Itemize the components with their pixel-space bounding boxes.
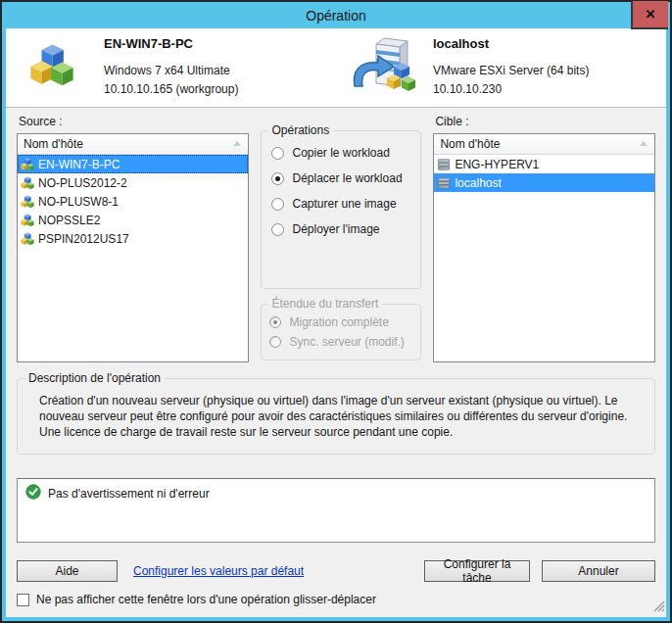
target-host-text: localhost VMware ESXi Server (64 bits) 1…	[433, 36, 589, 99]
configure-task-button[interactable]: Configurer la tâche	[424, 560, 530, 582]
workload-cubes-icon	[20, 157, 34, 171]
workload-cubes-icon	[20, 194, 34, 209]
workload-cubes-icon	[20, 175, 34, 190]
target-host-name: localhost	[433, 36, 589, 51]
source-host-text: EN-WIN7-B-PC Windows 7 x64 Ultimate 10.1…	[104, 36, 238, 99]
source-panel-label: Source :	[19, 115, 249, 128]
target-list-column-header[interactable]: Nom d'hôte	[434, 134, 654, 155]
host-name-label: EN-WIN7-B-PC	[38, 158, 120, 171]
operations-groupbox: Opérations Copier le workload Déplacer l…	[261, 130, 422, 289]
source-host-summary: EN-WIN7-B-PC Windows 7 x64 Ultimate 10.1…	[6, 28, 345, 107]
footer-buttons: Aide Configurer les valeurs par défaut C…	[17, 560, 655, 582]
configure-defaults-link[interactable]: Configurer les valeurs par défaut	[133, 564, 304, 578]
dont-show-checkbox[interactable]	[17, 594, 29, 606]
transfer-scope-radio-label: Sync. serveur (modif.)	[290, 335, 405, 349]
validation-status-box: Pas d'avertissement ni d'erreur	[17, 478, 655, 543]
source-list-column-header[interactable]: Nom d'hôte	[18, 134, 248, 155]
workload-cubes-icon	[20, 213, 34, 227]
close-button[interactable]: ✕	[631, 1, 668, 29]
server-icon	[436, 175, 451, 190]
operation-radio-label: Déployer l'image	[293, 222, 380, 236]
description-groupbox-title: Description de l'opération	[24, 371, 165, 385]
source-column-header-label: Nom d'hôte	[24, 137, 83, 151]
target-panel-label: Cible :	[435, 115, 655, 128]
operation-description-text: Création d'un nouveau serveur (physique …	[18, 379, 654, 440]
host-name-label: NOPSSLE2	[38, 214, 100, 227]
sort-ascending-icon	[640, 141, 648, 146]
titlebar[interactable]: Opération ✕	[6, 2, 666, 28]
source-host-address: 10.10.10.165 (workgroup)	[104, 80, 238, 99]
transfer-scope-groupbox: Étendue du transfert Migration complète …	[261, 304, 422, 360]
operation-radio-label: Capturer une image	[293, 197, 397, 211]
target-host-summary: localhost VMware ESXi Server (64 bits) 1…	[345, 28, 666, 107]
dont-show-row: Ne pas afficher cette fenêtre lors d'une…	[17, 593, 655, 606]
host-name-label: ENG-HYPERV1	[455, 158, 539, 171]
operation-radio-label: Copier le workload	[293, 146, 390, 160]
target-column-header-label: Nom d'hôte	[440, 137, 500, 151]
operations-column: Opérations Copier le workload Déplacer l…	[261, 114, 422, 362]
help-button[interactable]: Aide	[17, 560, 118, 582]
description-groupbox: Description de l'opération Création d'un…	[17, 378, 655, 455]
transfer-scope-options: Migration complète Sync. serveur (modif.…	[262, 305, 421, 349]
dont-show-label: Ne pas afficher cette fenêtre lors d'une…	[36, 593, 376, 606]
operation-radio-label: Déplacer le workload	[293, 171, 403, 185]
source-list-item[interactable]: NO-PLUSW8-1	[18, 192, 248, 211]
target-list-item[interactable]: ENG-HYPERV1	[434, 155, 654, 173]
sort-ascending-icon	[233, 141, 241, 146]
source-list-item[interactable]: NO-PLUS2012-2	[18, 173, 248, 192]
operations-options: Copier le workload Déplacer le workload …	[262, 131, 421, 236]
hosts-header: EN-WIN7-B-PC Windows 7 x64 Ultimate 10.1…	[6, 28, 666, 108]
operation-radio-option[interactable]: Copier le workload	[271, 146, 421, 160]
server-sync-icon	[351, 35, 421, 100]
workload-cubes-icon	[29, 43, 74, 92]
status-message: Pas d'avertissement ni d'erreur	[48, 487, 210, 501]
workload-cubes-icon	[20, 231, 34, 246]
server-icon	[436, 157, 451, 171]
source-list: Nom d'hôte	[17, 133, 249, 362]
dialog-content: Source : Nom d'hôte	[6, 108, 666, 617]
radio-icon	[271, 172, 284, 185]
transfer-scope-radio-label: Migration complète	[290, 315, 389, 329]
radio-icon	[271, 198, 284, 211]
host-name-label: PSPIN2012US17	[38, 232, 129, 246]
target-list: Nom d'hôte	[433, 133, 655, 362]
source-panel: Source : Nom d'hôte	[17, 114, 249, 362]
source-list-item[interactable]: NOPSSLE2	[18, 211, 248, 229]
operations-groupbox-title: Opérations	[268, 123, 334, 137]
target-host-address: 10.10.10.230	[433, 80, 589, 99]
transfer-scope-radio-option: Migration complète	[269, 315, 421, 329]
transfer-scope-groupbox-title: Étendue du transfert	[268, 297, 383, 311]
resize-grip[interactable]	[651, 599, 665, 616]
host-name-label: localhost	[455, 176, 501, 190]
cancel-button[interactable]: Annuler	[542, 560, 655, 582]
operation-radio-option[interactable]: Déplacer le workload	[271, 171, 421, 185]
radio-icon	[271, 147, 284, 160]
status-line: Pas d'avertissement ni d'erreur	[25, 484, 647, 503]
source-host-name: EN-WIN7-B-PC	[104, 36, 238, 51]
success-check-icon	[25, 484, 41, 503]
target-list-body: ENG-HYPERV1	[434, 155, 654, 361]
target-host-os: VMware ESXi Server (64 bits)	[433, 62, 589, 80]
source-list-item[interactable]: PSPIN2012US17	[18, 229, 248, 248]
target-panel: Cible : Nom d'hôte	[433, 114, 655, 362]
close-icon: ✕	[646, 8, 656, 21]
window-title: Opération	[306, 8, 365, 24]
host-name-label: NO-PLUS2012-2	[38, 176, 127, 190]
radio-icon	[269, 316, 281, 328]
transfer-scope-radio-option: Sync. serveur (modif.)	[269, 335, 421, 349]
radio-icon	[271, 223, 284, 236]
source-list-body: EN-WIN7-B-PC	[18, 155, 248, 361]
radio-icon	[269, 336, 281, 348]
operation-dialog: Opération ✕ EN-WIN7-B-PC Windows 7 x64 U…	[0, 0, 672, 623]
operation-radio-option[interactable]: Capturer une image	[271, 197, 421, 211]
target-list-item[interactable]: localhost	[434, 173, 654, 192]
host-name-label: NO-PLUSW8-1	[38, 195, 119, 209]
source-host-os: Windows 7 x64 Ultimate	[104, 62, 238, 80]
source-list-item[interactable]: EN-WIN7-B-PC	[18, 155, 248, 173]
operation-radio-option[interactable]: Déployer l'image	[271, 222, 421, 236]
